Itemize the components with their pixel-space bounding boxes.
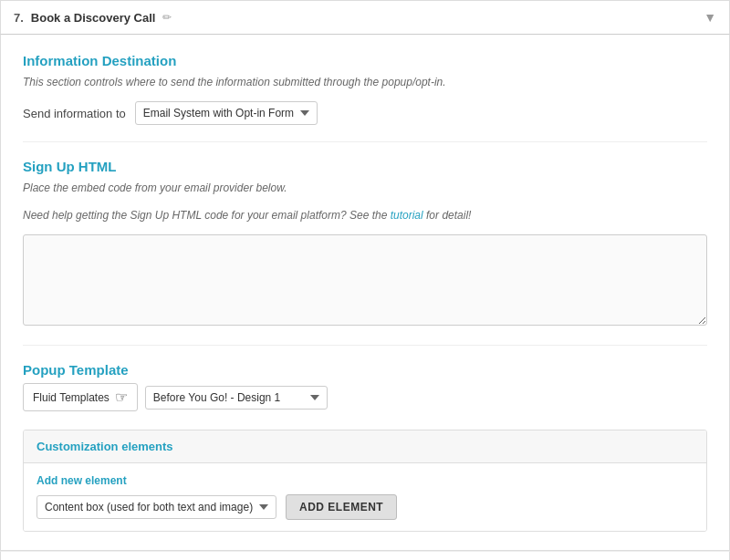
add-element-label: ADD ELEMENT xyxy=(299,501,383,513)
section-title: Book a Discovery Call xyxy=(31,11,156,25)
customization-body: Add new element Content box (used for bo… xyxy=(24,463,706,531)
divider-2 xyxy=(23,345,707,346)
desc2-suffix: for detail! xyxy=(423,209,472,222)
edit-icon[interactable]: ✏ xyxy=(162,11,172,24)
email-system-dropdown[interactable]: Email System with Opt-in Form CRM None xyxy=(135,101,318,125)
send-info-label: Send information to xyxy=(23,107,126,120)
bottom-strip xyxy=(0,551,730,560)
popup-template-section: Popup Template Fluid Templates ☞ Before … xyxy=(23,362,707,411)
info-destination-section: Information Destination This section con… xyxy=(23,53,707,125)
sign-up-html-section: Sign Up HTML Place the embed code from y… xyxy=(23,159,707,328)
info-destination-description: This section controls where to send the … xyxy=(23,74,707,90)
collapse-icon[interactable]: ▼ xyxy=(704,10,716,25)
content-area: Information Destination This section con… xyxy=(0,35,730,551)
desc2-prefix: Need help getting the Sign Up HTML code … xyxy=(23,209,391,222)
fluid-templates-label: Fluid Templates xyxy=(33,391,110,404)
section-header: 7. Book a Discovery Call ✏ ▼ xyxy=(0,0,730,35)
content-box-dropdown[interactable]: Content box (used for both text and imag… xyxy=(36,495,276,519)
info-destination-label: Information Destination xyxy=(23,53,707,68)
header-left: 7. Book a Discovery Call ✏ xyxy=(14,11,172,25)
design-dropdown[interactable]: Before You Go! - Design 1 Before You Go!… xyxy=(145,386,328,410)
add-element-row: Content box (used for both text and imag… xyxy=(36,494,694,520)
customization-header: Customization elements xyxy=(24,430,706,463)
popup-template-row: Fluid Templates ☞ Before You Go! - Desig… xyxy=(23,383,707,411)
add-new-label: Add new element xyxy=(36,474,694,487)
html-textarea[interactable] xyxy=(23,234,707,326)
sign-up-html-label: Sign Up HTML xyxy=(23,159,707,174)
page-wrapper: 7. Book a Discovery Call ✏ ▼ Information… xyxy=(0,0,730,560)
customization-section: Customization elements Add new element C… xyxy=(23,430,707,532)
fluid-templates-button[interactable]: Fluid Templates ☞ xyxy=(23,383,138,411)
add-element-button[interactable]: ADD ELEMENT xyxy=(286,494,397,520)
divider-1 xyxy=(23,141,707,142)
sign-up-description-2: Need help getting the Sign Up HTML code … xyxy=(23,207,707,223)
sign-up-description-1: Place the embed code from your email pro… xyxy=(23,180,707,196)
send-info-row: Send information to Email System with Op… xyxy=(23,101,707,125)
customization-title: Customization elements xyxy=(36,440,173,453)
cursor-hand-icon: ☞ xyxy=(115,389,128,406)
section-number: 7. xyxy=(14,11,24,25)
popup-template-label: Popup Template xyxy=(23,362,707,378)
tutorial-link[interactable]: tutorial xyxy=(391,209,423,222)
